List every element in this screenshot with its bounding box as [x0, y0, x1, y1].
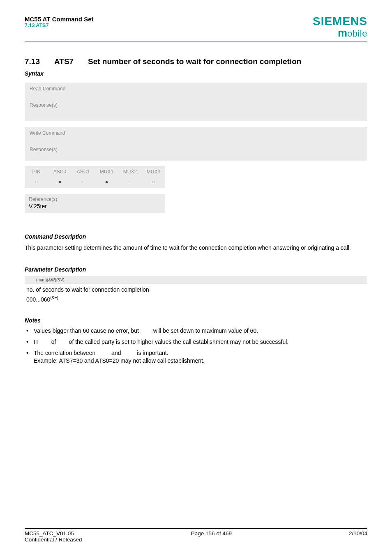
notes-heading: Notes — [25, 317, 367, 324]
parameter-range: 000...060(&F) — [25, 295, 367, 303]
write-command-label: Write Command — [25, 127, 367, 143]
mobile-logo: mobile — [313, 27, 367, 39]
header-divider — [25, 41, 367, 42]
syntax-heading: Syntax — [25, 70, 367, 77]
parameter-range-base: 000...060 — [26, 296, 50, 302]
command-description-body: This parameter setting determines the am… — [25, 244, 367, 251]
note-text: In — [34, 339, 40, 345]
mobile-m: m — [338, 27, 347, 39]
grid-header-row: PIN ASC0 ASC1 MUX1 MUX2 MUX3 — [25, 166, 165, 177]
reference-box: Reference(s) V.25ter — [25, 194, 165, 213]
footer-version: MC55_ATC_V01.05 — [25, 530, 74, 537]
grid-header-cell: MUX2 — [118, 166, 142, 177]
footer-divider — [25, 528, 367, 529]
note-item: Values bigger than 60 cause no error, bu… — [25, 327, 367, 335]
grid-header-cell: ASC0 — [48, 166, 71, 177]
grid-header-cell: ASC1 — [71, 166, 95, 177]
grid-header-cell: MUX1 — [95, 166, 118, 177]
header: MC55 AT Command Set 7.13 ATS7 SIEMENS mo… — [25, 16, 367, 39]
header-left: MC55 AT Command Set 7.13 ATS7 — [25, 16, 94, 28]
doc-subtitle: 7.13 ATS7 — [25, 23, 94, 28]
section-command: ATS7 — [54, 57, 88, 66]
note-item: In of of the called party is set to high… — [25, 338, 367, 346]
note-text: Values bigger than 60 cause no error, bu… — [34, 327, 141, 334]
command-description-heading: Command Description — [25, 233, 367, 240]
doc-title: MC55 AT Command Set — [25, 16, 94, 23]
dot-empty-icon: ○ — [25, 177, 48, 188]
note-text: Example: ATS7=30 and ATS0=20 may not all… — [34, 357, 205, 364]
reference-label: Reference(s) — [25, 194, 165, 203]
section-title: Set number of seconds to wait for connec… — [88, 57, 301, 66]
parameter-attr-bar: (num)(&W)(&V) — [25, 276, 367, 284]
read-command-panel: Read Command Response(s) — [25, 83, 367, 121]
dot-empty-icon: ○ — [142, 177, 165, 188]
capability-grid: PIN ASC0 ASC1 MUX1 MUX2 MUX3 ○ ● ○ ● ○ ○ — [25, 166, 165, 188]
write-command-panel: Write Command Response(s) — [25, 127, 367, 161]
grid-body-row: ○ ● ○ ● ○ ○ — [25, 177, 165, 188]
note-text: will be set down to maximum value of 60. — [152, 327, 258, 334]
grid-header-cell: MUX3 — [142, 166, 165, 177]
dot-filled-icon: ● — [48, 177, 71, 188]
section-number: 7.13 — [25, 57, 54, 66]
footer-date: 2/10/04 — [349, 530, 367, 537]
note-text: is important. — [135, 350, 168, 356]
read-response-label: Response(s) — [25, 99, 367, 121]
reference-value: V.25ter — [25, 203, 165, 213]
section-heading: 7.13 ATS7 Set number of seconds to wait … — [25, 57, 367, 66]
footer-page: Page 156 of 469 — [191, 530, 232, 537]
mobile-obile: obile — [347, 28, 367, 39]
note-text: of the called party is set to higher val… — [67, 339, 289, 345]
header-right: SIEMENS mobile — [313, 16, 367, 39]
dot-empty-icon: ○ — [71, 177, 95, 188]
notes-list: Values bigger than 60 cause no error, bu… — [25, 327, 367, 365]
footer-confidential: Confidential / Released — [25, 537, 367, 543]
note-item: The correlation between and is important… — [25, 349, 367, 365]
siemens-logo: SIEMENS — [313, 16, 367, 27]
note-text: and — [110, 350, 122, 356]
footer-row: MC55_ATC_V01.05 Page 156 of 469 2/10/04 — [25, 530, 367, 537]
parameter-range-sup: (&F) — [50, 295, 58, 300]
write-response-label: Response(s) — [25, 143, 367, 161]
note-text: The correlation between — [34, 350, 97, 356]
parameter-line: no. of seconds to wait for connection co… — [25, 286, 367, 293]
dot-filled-icon: ● — [95, 177, 118, 188]
note-text: of — [50, 339, 58, 345]
dot-empty-icon: ○ — [118, 177, 142, 188]
grid-header-cell: PIN — [25, 166, 48, 177]
read-command-label: Read Command — [25, 83, 367, 99]
parameter-description-heading: Parameter Description — [25, 266, 367, 273]
